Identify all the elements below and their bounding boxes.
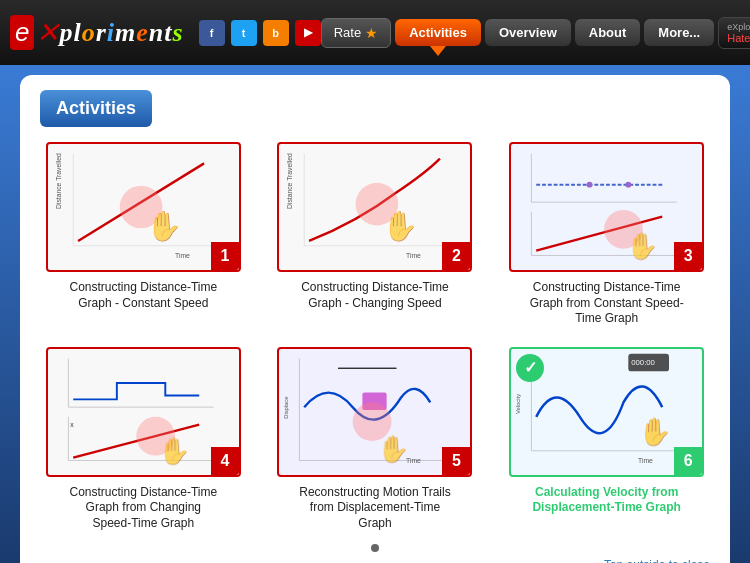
- check-badge: ✓: [516, 354, 544, 382]
- activity-label-2: Constructing Distance-Time Graph - Chang…: [301, 280, 449, 311]
- activity-number-1: 1: [211, 242, 239, 270]
- svg-text:✋: ✋: [146, 209, 183, 244]
- svg-text:000:00: 000:00: [631, 358, 655, 367]
- activity-thumb-3[interactable]: ✋ 3: [509, 142, 704, 272]
- rate-button[interactable]: Rate ★: [321, 18, 391, 48]
- svg-text:Distance Travelled: Distance Travelled: [286, 153, 293, 209]
- svg-text:Time: Time: [406, 252, 421, 259]
- svg-text:✋: ✋: [157, 435, 190, 467]
- svg-point-19: [626, 182, 632, 188]
- svg-text:x: x: [70, 420, 74, 427]
- list-item[interactable]: ✋ Time Displace 5 Reconstructing Motion …: [272, 347, 479, 532]
- youtube-icon[interactable]: ▶: [295, 20, 321, 46]
- svg-text:Displace: Displace: [283, 396, 289, 418]
- activity-thumb-4[interactable]: ✋ x 4: [46, 347, 241, 477]
- list-item[interactable]: Distance Travelled Time ✋ 1 Constructing…: [40, 142, 247, 327]
- nav-right: Rate ★ Activities Overview About More...…: [321, 17, 750, 49]
- svg-text:✋: ✋: [377, 432, 410, 464]
- activity-label-3: Constructing Distance-Time Graph from Co…: [530, 280, 684, 327]
- header: e ✕ ploriments f t b ▶ Rate ★ Activities…: [0, 0, 750, 65]
- svg-text:✋: ✋: [382, 209, 419, 244]
- dot-1[interactable]: [371, 544, 379, 552]
- overview-tab[interactable]: Overview: [485, 19, 571, 46]
- activity-number-5: 5: [442, 447, 470, 475]
- svg-text:Velocity: Velocity: [515, 394, 521, 414]
- list-item[interactable]: ✋ x 4 Constructing Distance-Time Graph f…: [40, 347, 247, 532]
- logo-e: e: [10, 15, 34, 50]
- blogger-icon[interactable]: b: [263, 20, 289, 46]
- logo-x: ✕: [36, 16, 59, 49]
- activity-thumb-1[interactable]: Distance Travelled Time ✋ 1: [46, 142, 241, 272]
- activities-tab[interactable]: Activities: [395, 19, 481, 46]
- activities-panel: Activities Distance Travelled Time: [20, 75, 730, 563]
- pagination-dots: [40, 544, 710, 552]
- svg-text:✋: ✋: [627, 230, 660, 262]
- svg-point-18: [587, 182, 593, 188]
- social-icons: f t b ▶: [199, 20, 321, 46]
- svg-text:Time: Time: [406, 457, 421, 464]
- logo: e ✕ ploriments: [10, 8, 184, 58]
- activity-thumb-2[interactable]: Distance Travelled Time ✋ 2: [277, 142, 472, 272]
- tap-close[interactable]: Tap outside to close: [40, 558, 710, 563]
- logo-text: ploriments: [59, 18, 183, 48]
- rate-label: Rate: [334, 25, 361, 40]
- activity-label-4: Constructing Distance-Time Graph from Ch…: [70, 485, 218, 532]
- activity-thumb-6[interactable]: ✓ 000:00 Time Velocity ✋: [509, 347, 704, 477]
- activity-number-6: 6: [674, 447, 702, 475]
- activity-label-5: Reconstructing Motion Trails from Displa…: [299, 485, 450, 532]
- activity-number-4: 4: [211, 447, 239, 475]
- facebook-icon[interactable]: f: [199, 20, 225, 46]
- twitter-icon[interactable]: t: [231, 20, 257, 46]
- activity-number-2: 2: [442, 242, 470, 270]
- svg-text:✋: ✋: [638, 415, 672, 448]
- list-item[interactable]: Distance Travelled Time ✋ 2 Constructing…: [272, 142, 479, 327]
- svg-text:Time: Time: [638, 457, 653, 464]
- svg-text:Time: Time: [175, 252, 190, 259]
- list-item[interactable]: ✋ 3 Constructing Distance-Time Graph fro…: [503, 142, 710, 327]
- star-icon: ★: [365, 25, 378, 41]
- svg-text:Distance Travelled: Distance Travelled: [54, 153, 61, 209]
- activity-number-3: 3: [674, 242, 702, 270]
- about-tab[interactable]: About: [575, 19, 641, 46]
- list-item[interactable]: ✓ 000:00 Time Velocity ✋: [503, 347, 710, 532]
- activity-thumb-5[interactable]: ✋ Time Displace 5: [277, 347, 472, 477]
- hate-label: Hate: [727, 32, 750, 44]
- activities-grid: Distance Travelled Time ✋ 1 Constructing…: [40, 142, 710, 532]
- more-tab[interactable]: More...: [644, 19, 714, 46]
- main-content: Activities Distance Travelled Time: [0, 65, 750, 563]
- nav-arrow: [430, 46, 446, 56]
- activities-title: Activities: [40, 90, 152, 127]
- activity-label-1: Constructing Distance-Time Graph - Const…: [70, 280, 218, 311]
- exploriments-badge: eXploriments Hate: [718, 17, 750, 49]
- activity-label-6: Calculating Velocity from Displacement-T…: [532, 485, 681, 516]
